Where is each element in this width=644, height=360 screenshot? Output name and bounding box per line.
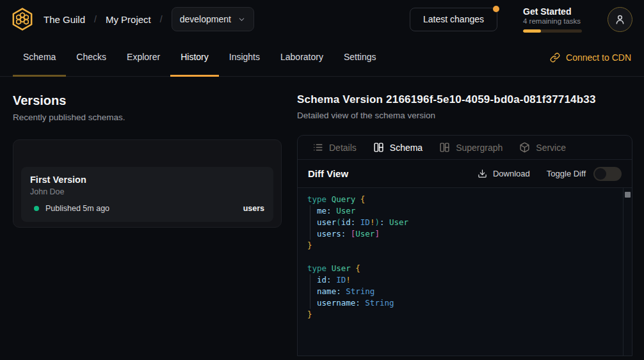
tab-schema[interactable]: Schema [13, 38, 66, 77]
code-line: name: String [307, 286, 616, 297]
schema-viewer: Details Schema Sup [297, 135, 632, 356]
tab-label: Settings [344, 52, 376, 62]
latest-changes-label: Latest changes [423, 14, 484, 24]
get-started-progress-fill [523, 29, 541, 33]
tab-label: Schema [390, 143, 423, 153]
schema-viewer-tabs: Details Schema Sup [298, 136, 632, 160]
schema-sdl-code: type Query { me: User user(id: ID!): Use… [307, 194, 616, 320]
code-line: user(id: ID!): User [307, 217, 616, 228]
tab-laboratory[interactable]: Laboratory [270, 38, 334, 77]
breadcrumb-separator: / [94, 14, 97, 24]
cube-icon [519, 142, 530, 153]
get-started-widget[interactable]: Get Started 4 remaining tasks [523, 6, 582, 33]
code-editor[interactable]: type Query { me: User user(id: ID!): Use… [298, 188, 632, 356]
tab-details[interactable]: Details [304, 136, 365, 159]
tab-label: Service [536, 143, 566, 153]
code-line: } [307, 309, 616, 320]
toggle-knob [595, 168, 606, 180]
versions-list-card: First Version John Doe Published 5m ago … [13, 139, 282, 228]
environment-selector[interactable]: development [172, 7, 254, 31]
breadcrumb-project[interactable]: My Project [106, 14, 151, 25]
published-status-dot [34, 206, 39, 211]
version-title: First Version [30, 175, 264, 185]
get-started-progressbar [523, 29, 582, 33]
tab-label: Details [329, 143, 357, 153]
app-header: The Guild / My Project / development Lat… [0, 0, 644, 38]
breadcrumb-separator: / [160, 14, 163, 24]
toggle-diff-label: Toggle Diff [547, 169, 586, 178]
diff-view-header: Diff View Download Toggle Diff [298, 160, 632, 188]
versions-title: Versions [13, 93, 282, 108]
version-service-badge: users [243, 204, 264, 213]
code-line: type Query { [307, 194, 616, 205]
columns-icon [373, 142, 384, 153]
breadcrumb-org[interactable]: The Guild [44, 14, 85, 25]
tab-history[interactable]: History [170, 38, 219, 77]
tab-supergraph[interactable]: Supergraph [431, 136, 511, 159]
versions-subtitle: Recently published schemas. [13, 113, 282, 122]
tab-checks[interactable]: Checks [66, 38, 117, 77]
tab-insights[interactable]: Insights [219, 38, 270, 77]
version-status: Published 5m ago [45, 204, 109, 213]
code-line: } [307, 240, 616, 251]
code-line: username: String [307, 297, 616, 309]
get-started-title: Get Started [523, 6, 582, 17]
connect-to-cdn-link[interactable]: Connect to CDN [550, 38, 631, 76]
user-avatar[interactable] [608, 7, 632, 32]
tab-label: Checks [76, 52, 106, 62]
tab-label: Insights [229, 52, 260, 62]
tab-label: Schema [23, 52, 56, 62]
tab-label: Explorer [127, 52, 160, 62]
version-author: John Doe [30, 187, 264, 196]
tab-label: Laboratory [280, 52, 323, 62]
tab-settings[interactable]: Settings [334, 38, 387, 77]
download-label: Download [493, 169, 530, 178]
tab-explorer[interactable]: Explorer [117, 38, 170, 77]
version-list-item[interactable]: First Version John Doe Published 5m ago … [21, 167, 273, 222]
user-icon [614, 13, 626, 26]
diff-view-title: Diff View [308, 168, 348, 179]
primary-nav: Schema Checks Explorer History Insights … [0, 38, 644, 77]
latest-changes-button[interactable]: Latest changes [410, 8, 497, 31]
environment-selector-value: development [180, 14, 231, 24]
chevron-down-icon [237, 15, 246, 24]
versions-panel: Versions Recently published schemas. Fir… [13, 77, 282, 356]
code-line: type User { [307, 263, 616, 274]
tab-service[interactable]: Service [511, 136, 574, 159]
download-button[interactable]: Download [478, 169, 530, 178]
tab-label: History [181, 52, 209, 62]
link-icon [550, 52, 560, 63]
get-started-subtitle: 4 remaining tasks [523, 17, 582, 25]
code-line [307, 251, 616, 263]
version-detail-panel: Schema Version 2166196f-5e10-4059-bd0a-0… [297, 77, 632, 356]
code-scrollbar[interactable] [623, 188, 632, 356]
connect-to-cdn-label: Connect to CDN [566, 52, 631, 63]
tab-label: Supergraph [456, 143, 503, 153]
main-content: Versions Recently published schemas. Fir… [0, 77, 644, 356]
download-icon [478, 169, 487, 178]
toggle-diff-switch[interactable] [593, 167, 622, 181]
code-scrollbar-thumb[interactable] [625, 192, 631, 198]
version-detail-title: Schema Version 2166196f-5e10-4059-bd0a-0… [297, 93, 632, 106]
hive-logo-icon[interactable] [10, 7, 35, 31]
notification-dot [493, 6, 499, 12]
columns-icon [439, 142, 450, 153]
code-line: me: User [307, 205, 616, 217]
version-detail-subtitle: Detailed view of the schema version [297, 111, 632, 120]
breadcrumb: The Guild / My Project / development [44, 7, 254, 31]
tab-schema-view[interactable]: Schema [365, 136, 431, 159]
list-icon [312, 142, 323, 153]
code-line: id: ID! [307, 274, 616, 286]
code-line: users: [User] [307, 228, 616, 240]
